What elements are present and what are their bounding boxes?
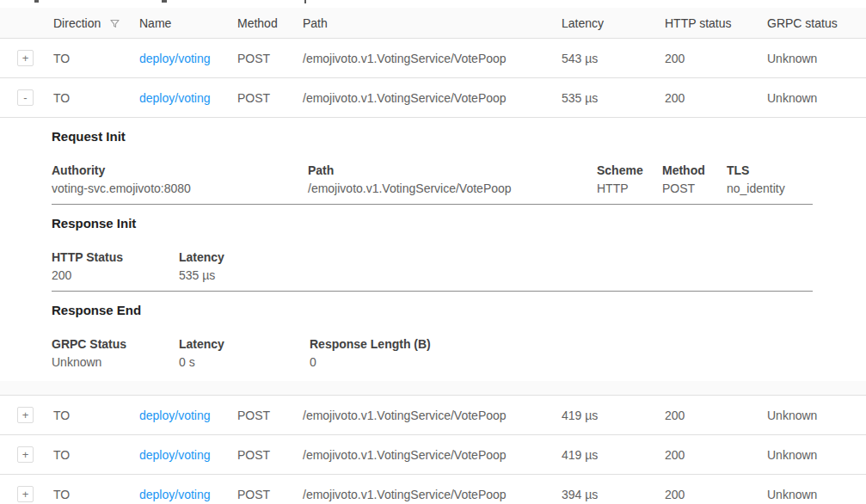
- detail-field: Path /emojivoto.v1.VotingService/VotePoo…: [308, 163, 597, 195]
- table-header-row: DirectionNameMethodPathLatencyHTTP statu…: [0, 8, 866, 39]
- http-status-cell: 200: [665, 448, 767, 462]
- column-header-label: Path: [303, 16, 328, 30]
- expand-toggle-button[interactable]: +: [17, 50, 34, 66]
- name-cell: deploy/voting: [139, 52, 237, 65]
- detail-section: Response End GRPC Status Unknown Latency…: [52, 292, 813, 369]
- grpc-status-cell: Unknown: [767, 448, 866, 462]
- rows-before-detail: + TO deploy/voting POST /emojivoto.v1.Vo…: [0, 39, 866, 118]
- detail-section-title: Response End: [52, 303, 813, 318]
- column-header-label: Name: [139, 16, 171, 30]
- table-row: - TO deploy/voting POST /emojivoto.v1.Vo…: [0, 78, 866, 118]
- detail-fields: GRPC Status Unknown Latency 0 s Response…: [52, 337, 813, 369]
- http-status-cell: 200: [665, 91, 767, 105]
- detail-field-value: 0 s: [179, 355, 310, 369]
- expand-cell: +: [0, 486, 53, 502]
- direction-cell: TO: [53, 52, 139, 65]
- name-cell: deploy/voting: [139, 409, 237, 422]
- detail-section-title: Response Init: [52, 216, 813, 231]
- detail-field: Authority voting-svc.emojivoto:8080: [52, 163, 308, 195]
- table-row: + TO deploy/voting POST /emojivoto.v1.Vo…: [0, 396, 866, 435]
- detail-field-value: HTTP: [597, 181, 662, 195]
- detail-field: Latency 0 s: [179, 337, 310, 369]
- grpc-status-cell: Unknown: [767, 488, 866, 501]
- column-header: GRPC status: [767, 16, 866, 30]
- name-cell: deploy/voting: [139, 91, 237, 105]
- detail-fields: HTTP Status 200 Latency 535 µs: [52, 250, 813, 282]
- column-header: Path: [303, 16, 562, 30]
- resource-link[interactable]: deploy/voting: [139, 52, 211, 65]
- resource-link[interactable]: deploy/voting: [139, 91, 211, 105]
- detail-field-label: Method: [662, 163, 727, 177]
- method-cell: POST: [237, 52, 303, 65]
- path-cell: /emojivoto.v1.VotingService/VotePoop: [303, 448, 562, 462]
- expand-toggle-button[interactable]: -: [17, 89, 34, 106]
- expand-toggle-button[interactable]: +: [17, 446, 34, 463]
- column-header-label: GRPC status: [767, 16, 838, 30]
- detail-field-label: TLS: [727, 163, 785, 177]
- table-row: + TO deploy/voting POST /emojivoto.v1.Vo…: [0, 39, 866, 78]
- column-header-label: Method: [237, 16, 278, 30]
- detail-field: Response Length (B) 0: [310, 337, 431, 369]
- column-header-label: Direction: [53, 16, 101, 30]
- detail-field-value: 200: [52, 268, 179, 282]
- column-header: HTTP status: [665, 16, 767, 30]
- path-cell: /emojivoto.v1.VotingService/VotePoop: [303, 488, 562, 501]
- expand-toggle-button[interactable]: +: [17, 407, 34, 423]
- path-cell: /emojivoto.v1.VotingService/VotePoop: [303, 409, 562, 422]
- detail-field-value: voting-svc.emojivoto:8080: [52, 181, 308, 195]
- resource-link[interactable]: deploy/voting: [139, 488, 211, 501]
- detail-field-value: 0: [310, 355, 431, 369]
- expand-cell: +: [0, 446, 53, 463]
- latency-cell: 543 µs: [562, 52, 665, 65]
- expanded-row-detail: Request Init Authority voting-svc.emojiv…: [0, 118, 866, 396]
- direction-cell: TO: [53, 91, 139, 105]
- detail-field: Latency 535 µs: [179, 250, 224, 282]
- detail-field: GRPC Status Unknown: [52, 337, 179, 369]
- resource-link[interactable]: deploy/voting: [139, 409, 211, 422]
- name-cell: deploy/voting: [139, 448, 237, 462]
- detail-field-value: 535 µs: [179, 268, 224, 282]
- detail-field-label: HTTP Status: [52, 250, 179, 264]
- rows-after-detail: + TO deploy/voting POST /emojivoto.v1.Vo…: [0, 396, 866, 504]
- latency-cell: 419 µs: [562, 448, 665, 462]
- detail-section: Request Init Authority voting-svc.emojiv…: [52, 118, 813, 195]
- grpc-status-cell: Unknown: [767, 91, 866, 105]
- column-header-label: Latency: [562, 16, 604, 30]
- http-status-cell: 200: [665, 409, 767, 422]
- latency-cell: 535 µs: [562, 91, 665, 105]
- detail-field: Method POST: [662, 163, 727, 195]
- grpc-status-cell: Unknown: [767, 409, 866, 422]
- expand-cell: -: [0, 89, 53, 106]
- expand-cell: +: [0, 407, 53, 423]
- filter-icon[interactable]: [109, 18, 120, 29]
- detail-field-value: /emojivoto.v1.VotingService/VotePoop: [308, 181, 597, 195]
- resource-link[interactable]: deploy/voting: [139, 448, 211, 462]
- table-row: + TO deploy/voting POST /emojivoto.v1.Vo…: [0, 435, 866, 475]
- latency-cell: 419 µs: [562, 409, 665, 422]
- detail-field-value: POST: [662, 181, 727, 195]
- detail-field-label: Latency: [179, 337, 310, 351]
- column-header: Latency: [562, 16, 665, 30]
- detail-sections: Request Init Authority voting-svc.emojiv…: [0, 118, 866, 369]
- detail-field-label: Response Length (B): [310, 337, 431, 351]
- method-cell: POST: [237, 409, 303, 422]
- direction-cell: TO: [53, 488, 139, 501]
- tap-requests-table: DirectionNameMethodPathLatencyHTTP statu…: [0, 8, 866, 504]
- column-header: Direction: [53, 16, 139, 30]
- grpc-status-cell: Unknown: [767, 52, 866, 65]
- detail-footer-strip: [0, 381, 866, 396]
- detail-field-label: Latency: [179, 250, 224, 264]
- column-header: Method: [237, 16, 303, 30]
- detail-field-label: Authority: [52, 163, 308, 177]
- detail-field-label: Scheme: [597, 163, 662, 177]
- latency-cell: 394 µs: [562, 488, 665, 501]
- name-cell: deploy/voting: [139, 488, 237, 501]
- column-header-label: HTTP status: [665, 16, 732, 30]
- path-cell: /emojivoto.v1.VotingService/VotePoop: [303, 52, 562, 65]
- detail-fields: Authority voting-svc.emojivoto:8080 Path…: [52, 163, 813, 195]
- table-row: + TO deploy/voting POST /emojivoto.v1.Vo…: [0, 475, 866, 504]
- clipped-text-artifacts: [0, 0, 866, 8]
- column-header: Name: [139, 16, 237, 30]
- detail-field-value: Unknown: [52, 355, 179, 369]
- expand-toggle-button[interactable]: +: [17, 486, 34, 502]
